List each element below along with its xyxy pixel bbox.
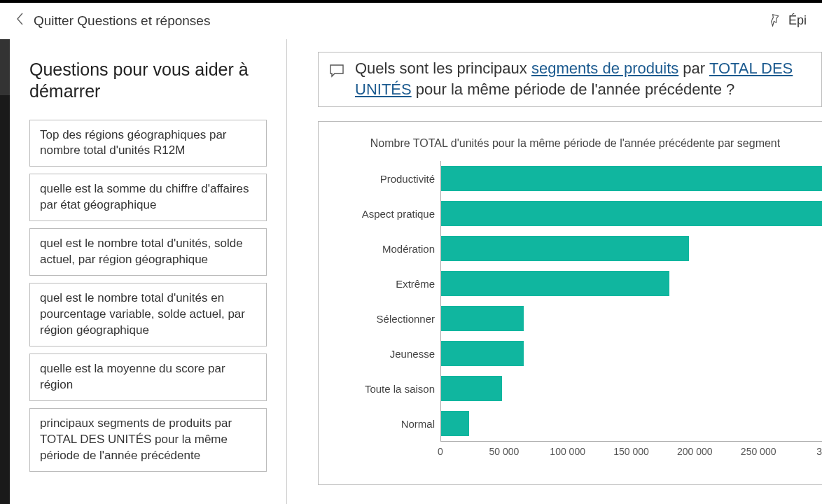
question-card[interactable]: Top des régions géographiques par nombre… — [29, 120, 267, 167]
pin-label[interactable]: Épi — [788, 13, 807, 28]
chart-bar-row — [441, 266, 822, 301]
content: Quels sont les principaux segments de pr… — [287, 39, 822, 504]
chart-plot — [440, 161, 822, 441]
chart-y-label: Jeunesse — [328, 336, 440, 371]
chart-bar-row — [441, 301, 822, 336]
chart-bar-row — [441, 406, 822, 441]
chart-y-labels: ProductivitéAspect pratiqueModérationExt… — [328, 161, 440, 441]
chart-area: ProductivitéAspect pratiqueModérationExt… — [328, 161, 822, 441]
chart-bar-row — [441, 371, 822, 406]
chart-y-label: Normal — [328, 406, 440, 441]
chart: Nombre TOTAL d'unités pour la même pério… — [318, 121, 822, 485]
speech-bubble-icon — [328, 58, 345, 85]
question-card[interactable]: quel est le nombre total d'unités en pou… — [29, 283, 267, 346]
chart-x-tick: 200 000 — [677, 446, 713, 457]
sidebar-title: Questions pour vous aider à démarrer — [29, 59, 267, 103]
question-card[interactable]: quelle est la moyenne du score par régio… — [29, 354, 267, 401]
chart-y-label: Modération — [328, 231, 440, 266]
chart-bar[interactable] — [441, 376, 502, 401]
chart-x-axis: 050 000100 000150 000200 000250 00030 — [440, 441, 822, 459]
left-edge-strip — [0, 39, 10, 504]
question-card[interactable]: principaux segments de produits par TOTA… — [29, 408, 267, 472]
q-suffix: pour la même période de l'année précéden… — [412, 80, 735, 98]
question-card[interactable]: quelle est la somme du chiffre d'affaire… — [29, 174, 267, 221]
chart-bar-row — [441, 196, 822, 231]
chart-bar[interactable] — [441, 411, 469, 436]
chart-bar[interactable] — [441, 201, 822, 226]
question-input[interactable]: Quels sont les principaux segments de pr… — [318, 52, 822, 107]
chart-x-tick: 250 000 — [741, 446, 776, 457]
chart-bar-row — [441, 161, 822, 196]
chart-y-label: Aspect pratique — [328, 196, 440, 231]
pin-icon[interactable] — [767, 13, 781, 29]
q-prefix: Quels sont les principaux — [355, 59, 531, 77]
question-card[interactable]: quel est le nombre total d'unités, solde… — [29, 228, 267, 276]
chart-bar[interactable] — [441, 341, 524, 366]
q-u1[interactable]: segments de produits — [531, 59, 678, 77]
chart-y-label: Sélectionner — [328, 301, 440, 336]
topbar-right: Épi — [767, 13, 807, 29]
back-icon[interactable] — [15, 12, 25, 29]
question-text: Quels sont les principaux segments de pr… — [355, 58, 811, 99]
chart-y-label: Productivité — [328, 161, 440, 196]
chart-x-tick: 100 000 — [550, 446, 585, 457]
sidebar: Questions pour vous aider à démarrer Top… — [10, 39, 287, 504]
topbar: Quitter Questions et réponses Épi — [0, 0, 822, 39]
chart-bar-row — [441, 231, 822, 266]
topbar-left: Quitter Questions et réponses — [15, 12, 210, 29]
chart-title: Nombre TOTAL d'unités pour la même pério… — [328, 137, 822, 150]
chart-bar[interactable] — [441, 236, 689, 261]
question-list: Top des régions géographiques par nombre… — [29, 120, 267, 472]
q-mid: par — [678, 59, 709, 77]
quit-qa-button[interactable]: Quitter Questions et réponses — [34, 13, 210, 29]
chart-bar[interactable] — [441, 306, 524, 331]
chart-x-tick: 0 — [438, 446, 443, 457]
chart-y-label: Extrême — [328, 266, 440, 301]
chart-bar[interactable] — [441, 166, 822, 191]
chart-bar[interactable] — [441, 271, 669, 296]
chart-x-tick: 50 000 — [489, 446, 519, 457]
chart-y-label: Toute la saison — [328, 371, 440, 406]
chart-x-tick: 30 — [816, 446, 822, 457]
main: Questions pour vous aider à démarrer Top… — [10, 39, 822, 504]
chart-bar-row — [441, 336, 822, 371]
chart-x-tick: 150 000 — [613, 446, 649, 457]
